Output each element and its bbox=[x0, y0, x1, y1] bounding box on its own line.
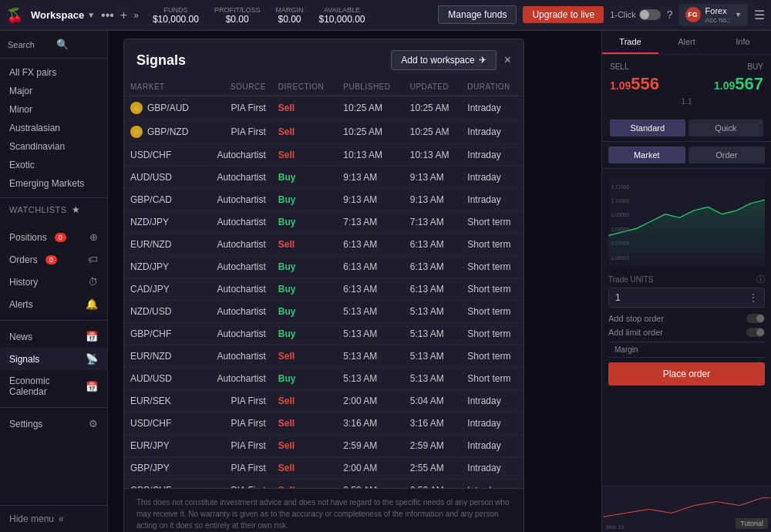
limit-order-toggle[interactable] bbox=[746, 328, 765, 337]
add-tab-icon[interactable]: + bbox=[120, 8, 127, 22]
sidebar-item-major[interactable]: Major bbox=[0, 82, 107, 100]
table-row[interactable]: GBP/CAD Autochartist Buy 9:13 AM 9:13 AM… bbox=[124, 189, 524, 211]
topbar-actions: Manage funds Upgrade to live 1-Click ? F… bbox=[438, 4, 765, 27]
stop-order-toggle[interactable] bbox=[746, 314, 765, 323]
signals-table-wrapper[interactable]: MARKET SOURCE DIRECTION PUBLISHED UPDATE… bbox=[124, 78, 524, 488]
more-options-icon[interactable]: ••• bbox=[101, 8, 114, 22]
topbar: 🍒 Workspace ▼ ••• + » Funds $10,000.00 P… bbox=[0, 0, 771, 31]
table-row[interactable]: AUD/USD Autochartist Buy 5:13 AM 5:13 AM… bbox=[124, 368, 524, 390]
watchlists-star-icon[interactable]: ★ bbox=[72, 204, 81, 215]
order-mode-market[interactable]: Market bbox=[608, 146, 685, 163]
trade-units-field: Trade UNITS ⓘ 1 ⋮ bbox=[608, 274, 765, 308]
table-row[interactable]: GBP/CHF Autochartist Buy 5:13 AM 5:13 AM… bbox=[124, 323, 524, 345]
sell-price[interactable]: 1.09556 bbox=[610, 74, 659, 94]
trade-units-value[interactable]: 1 ⋮ bbox=[608, 288, 765, 308]
sidebar-item-all-fx[interactable]: All FX pairs bbox=[0, 63, 107, 82]
table-row[interactable]: AUD/USD Autochartist Buy 9:13 AM 9:13 AM… bbox=[124, 167, 524, 189]
order-type-quick[interactable]: Quick bbox=[689, 120, 764, 136]
table-row[interactable]: GBP/JPY PIA First Sell 2:00 AM 2:55 AM I… bbox=[124, 457, 524, 480]
topbar-menu-icon[interactable]: ☰ bbox=[754, 8, 765, 22]
svg-text:1.09000: 1.09000 bbox=[611, 212, 630, 217]
orders-label: Orders bbox=[9, 254, 38, 265]
table-row[interactable]: NZD/JPY Autochartist Buy 6:13 AM 6:13 AM… bbox=[124, 256, 524, 278]
modal-actions: Add to workspace ✈ × bbox=[391, 50, 511, 70]
table-row[interactable]: CAD/JPY Autochartist Buy 6:13 AM 6:13 AM… bbox=[124, 278, 524, 301]
tab-info[interactable]: Info bbox=[715, 31, 771, 54]
one-click-toggle[interactable] bbox=[639, 9, 661, 20]
hide-menu-button[interactable]: Hide menu « bbox=[0, 505, 107, 532]
search-icon[interactable]: 🔍 bbox=[56, 39, 100, 50]
sidebar-item-news[interactable]: News 📅 bbox=[0, 325, 107, 348]
spread: 1.1 bbox=[610, 97, 763, 106]
trade-units-stepper[interactable]: ⋮ bbox=[749, 292, 758, 303]
sidebar-item-emerging[interactable]: Emerging Markets bbox=[0, 174, 107, 193]
place-order-button[interactable]: Place order bbox=[608, 362, 765, 386]
table-row[interactable]: EUR/JPY PIA First Sell 2:59 AM 2:59 AM I… bbox=[124, 435, 524, 457]
settings-section: Settings ⚙ bbox=[0, 407, 107, 439]
table-row[interactable]: GBP/CHF PIA First Sell 2:52 AM 2:52 AM I… bbox=[124, 480, 524, 489]
one-click-toggle-group: 1-Click bbox=[610, 9, 661, 20]
sidebar-item-orders[interactable]: Orders 0 🏷 bbox=[0, 248, 107, 271]
upgrade-button[interactable]: Upgrade to live bbox=[523, 6, 604, 23]
tab-alert[interactable]: Alert bbox=[658, 31, 715, 54]
svg-text:1.10000: 1.10000 bbox=[611, 198, 630, 204]
table-header-row: MARKET SOURCE DIRECTION PUBLISHED UPDATE… bbox=[124, 78, 524, 96]
table-row[interactable]: EUR/SEK PIA First Sell 2:00 AM 5:04 AM I… bbox=[124, 390, 524, 412]
tab-trade[interactable]: Trade bbox=[602, 31, 658, 54]
sidebar-item-australasian[interactable]: Australasian bbox=[0, 119, 107, 137]
svg-text:1.06000: 1.06000 bbox=[611, 255, 630, 261]
svg-text:1.07000: 1.07000 bbox=[611, 241, 630, 246]
modal-close-button[interactable]: × bbox=[504, 53, 511, 67]
table-row[interactable]: EUR/NZD Autochartist Sell 5:13 AM 5:13 A… bbox=[124, 345, 524, 368]
news-icon: 📅 bbox=[86, 331, 98, 342]
sidebar-item-economic-calendar[interactable]: Economic Calendar 📅 bbox=[0, 370, 107, 402]
sidebar-item-signals[interactable]: Signals 📡 bbox=[0, 348, 107, 370]
add-to-workspace-button[interactable]: Add to workspace ✈ bbox=[391, 50, 496, 70]
table-row[interactable]: ⊙ GBP/NZD PIA First Sell 10:25 AM 10:25 … bbox=[124, 120, 524, 144]
col-published: PUBLISHED bbox=[337, 78, 403, 96]
table-row[interactable]: ⊙ GBP/AUD PIA First Sell 10:25 AM 10:25 … bbox=[124, 96, 524, 120]
sidebar-item-alerts[interactable]: Alerts 🔔 bbox=[0, 293, 107, 315]
sidebar-item-history[interactable]: History ⏱ bbox=[0, 271, 107, 293]
app-logo: 🍒 bbox=[6, 7, 23, 24]
tutorial-button[interactable]: Tutorial bbox=[736, 518, 768, 529]
buy-price[interactable]: 1.09567 bbox=[714, 74, 763, 94]
sidebar-item-settings[interactable]: Settings ⚙ bbox=[0, 412, 107, 435]
order-type-standard[interactable]: Standard bbox=[610, 120, 685, 136]
sidebar-item-positions[interactable]: Positions 0 ⊕ bbox=[0, 226, 107, 248]
pl-metric: Profit/Loss $0.00 bbox=[214, 6, 261, 25]
col-duration: DURATION bbox=[461, 78, 524, 96]
funds-metric: Funds $10,000.00 bbox=[153, 6, 199, 25]
sidebar-item-exotic[interactable]: Exotic bbox=[0, 156, 107, 174]
table-row[interactable]: NZD/USD Autochartist Buy 5:13 AM 5:13 AM… bbox=[124, 301, 524, 323]
table-row[interactable]: USD/CHF PIA First Sell 3:16 AM 3:16 AM I… bbox=[124, 412, 524, 435]
manage-funds-button[interactable]: Manage funds bbox=[438, 5, 517, 24]
search-label: Search bbox=[8, 40, 52, 49]
fx-pairs-section: All FX pairs Major Minor Australasian Sc… bbox=[0, 59, 107, 198]
sidebar-search: Search 🔍 bbox=[0, 31, 107, 59]
watchlists-header: WATCHLISTS ★ bbox=[0, 198, 107, 221]
table-row[interactable]: NZD/JPY Autochartist Buy 7:13 AM 7:13 AM… bbox=[124, 211, 524, 234]
settings-label: Settings bbox=[9, 419, 42, 429]
alerts-label: Alerts bbox=[9, 299, 33, 310]
table-row[interactable]: EUR/NZD Autochartist Sell 6:13 AM 6:13 A… bbox=[124, 234, 524, 256]
positions-icon: ⊕ bbox=[89, 231, 98, 243]
account-avatar: FG bbox=[685, 7, 701, 22]
col-direction: DIRECTION bbox=[272, 78, 338, 96]
trade-units-info-icon[interactable]: ⓘ bbox=[756, 274, 765, 285]
settings-icon: ⚙ bbox=[89, 418, 98, 429]
account-selector[interactable]: FG Forex Acc no.: ▼ bbox=[679, 4, 748, 27]
sidebar-bottom-section: Positions 0 ⊕ Orders 0 🏷 History ⏱ Alert… bbox=[0, 221, 107, 320]
sidebar-item-scandinavian[interactable]: Scandinavian bbox=[0, 137, 107, 156]
expand-icon[interactable]: » bbox=[133, 10, 139, 21]
chart-svg: 1.11000 1.10000 1.09000 1.08000 1.07000 … bbox=[608, 175, 765, 268]
workspace-selector[interactable]: Workspace ▼ bbox=[31, 9, 95, 21]
margin-label: Margin bbox=[608, 342, 765, 358]
table-row[interactable]: USD/CHF Autochartist Sell 10:13 AM 10:13… bbox=[124, 144, 524, 167]
order-mode-order[interactable]: Order bbox=[689, 146, 766, 163]
help-icon[interactable]: ? bbox=[667, 8, 673, 21]
margin-metric: Margin $0.00 bbox=[275, 6, 303, 25]
add-workspace-icon: ✈ bbox=[479, 55, 487, 66]
sidebar-item-minor[interactable]: Minor bbox=[0, 100, 107, 119]
news-section: News 📅 Signals 📡 Economic Calendar 📅 bbox=[0, 320, 107, 407]
